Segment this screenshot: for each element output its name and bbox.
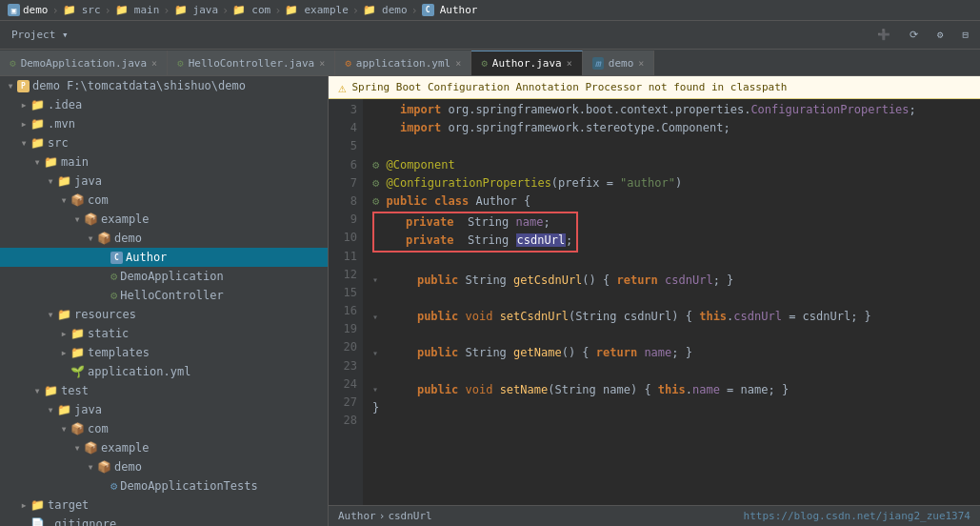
tree-test-example[interactable]: ▾ 📦 example — [0, 438, 328, 457]
expand-idea[interactable]: ▸ — [17, 98, 30, 111]
tree-root[interactable]: ▾ P demo F:\tomcatdata\shishuo\demo — [0, 76, 328, 95]
tree-demo-app[interactable]: ▸ ⚙ DemoApplication — [0, 267, 328, 286]
expand-static[interactable]: ▸ — [57, 327, 70, 340]
red-box-container: private String name; private String csdn… — [372, 212, 578, 252]
code-line-24: ▾ public void setName(String name) { thi… — [372, 381, 980, 399]
tree-demo-pkg[interactable]: ▾ 📦 demo — [0, 229, 328, 248]
expand-test[interactable]: ▾ — [30, 384, 44, 397]
close-tab-5[interactable]: × — [638, 58, 644, 69]
tree-com[interactable]: ▾ 📦 com — [0, 191, 328, 210]
tree-app-yml[interactable]: ▸ 🌱 application.yml — [0, 362, 328, 381]
collapse-btn[interactable]: ⊟ — [958, 27, 972, 43]
main-icon: 📁 — [115, 4, 129, 16]
tree-static[interactable]: ▸ 📁 static — [0, 324, 328, 343]
demo-app-icon: ⚙ — [110, 270, 117, 283]
code-line-16: ▾ public void setCsdnUrl(String csdnUrl)… — [372, 308, 980, 326]
expand-src[interactable]: ▾ — [17, 136, 30, 150]
tree-test-java[interactable]: ▾ 📁 java — [0, 400, 328, 419]
tree-test-demo[interactable]: ▾ 📦 demo — [0, 457, 328, 476]
close-tab-4[interactable]: × — [567, 58, 572, 69]
tree-resources[interactable]: ▾ 📁 resources — [0, 305, 328, 324]
sync-btn[interactable]: ⟳ — [906, 27, 922, 43]
code-line-27: } — [372, 399, 980, 417]
expand-target[interactable]: ▸ — [17, 498, 30, 512]
code-line-28 — [372, 417, 980, 435]
expand-demo-pkg[interactable]: ▾ — [84, 232, 97, 245]
code-line-9: private String name; — [378, 213, 572, 232]
tree-mvn[interactable]: ▸ 📁 .mvn — [0, 114, 328, 133]
tree-idea[interactable]: ▸ 📁 .idea — [0, 95, 328, 114]
project-tree[interactable]: ▾ P demo F:\tomcatdata\shishuo\demo ▸ 📁 … — [0, 76, 328, 526]
breadcrumb-demo: ▣ demo — [8, 4, 49, 16]
code-line-23 — [372, 363, 980, 381]
target-icon: 📁 — [30, 498, 45, 512]
tree-main[interactable]: ▾ 📁 main — [0, 152, 328, 172]
code-line-12: ▾ public String getCsdnUrl() { return cs… — [372, 272, 980, 290]
test-com-icon: 📦 — [70, 422, 85, 435]
code-line-6: ⚙ @Component — [372, 156, 980, 174]
java-icon: 📁 — [174, 4, 188, 16]
expand-test-java[interactable]: ▾ — [44, 403, 57, 416]
fold-btn-12[interactable]: ▾ — [372, 273, 384, 288]
spring-icon-1: ⚙ — [10, 57, 16, 70]
main-folder-icon: 📁 — [44, 155, 58, 169]
breadcrumb-author-label: Author — [338, 510, 376, 522]
tree-hello-ctrl[interactable]: ▸ ⚙ HelloController — [0, 286, 328, 305]
close-tab-2[interactable]: × — [319, 58, 325, 69]
mvn-folder-icon: 📁 — [30, 117, 45, 131]
expand-test-demo[interactable]: ▾ — [84, 460, 97, 474]
expand-mvn[interactable]: ▸ — [17, 117, 30, 131]
fold-btn-16[interactable]: ▾ — [372, 310, 384, 325]
fold-btn-20[interactable]: ▾ — [372, 346, 384, 361]
tree-test-com[interactable]: ▾ 📦 com — [0, 419, 328, 438]
tree-demo-tests[interactable]: ▸ ⚙ DemoApplicationTests — [0, 476, 328, 496]
warning-icon: ⚠ — [338, 80, 346, 95]
main-layout: ▾ P demo F:\tomcatdata\shishuo\demo ▸ 📁 … — [0, 76, 980, 526]
expand-test-example[interactable]: ▾ — [70, 441, 84, 455]
test-example-icon: 📦 — [84, 441, 98, 455]
tests-icon: ⚙ — [110, 479, 117, 493]
expand-com[interactable]: ▾ — [57, 193, 70, 207]
add-btn[interactable]: ➕ — [873, 27, 894, 43]
com-icon: 📁 — [232, 4, 246, 16]
expand-java[interactable]: ▾ — [44, 174, 57, 188]
tree-src[interactable]: ▾ 📁 src — [0, 133, 328, 152]
code-content[interactable]: import org.springframework.boot.context.… — [363, 99, 980, 505]
status-bar: Author › csdnUrl https://blog.csdn.net/j… — [329, 505, 980, 526]
tab-demo[interactable]: m demo × — [583, 51, 655, 75]
fold-btn-24[interactable]: ▾ — [372, 382, 384, 397]
example-icon: 📁 — [285, 4, 298, 16]
test-folder-icon: 📁 — [44, 384, 58, 397]
expand-test-com[interactable]: ▾ — [57, 422, 70, 435]
code-line-19 — [372, 326, 980, 344]
static-icon: 📁 — [70, 327, 85, 340]
expand-templates[interactable]: ▸ — [57, 346, 70, 359]
tree-target[interactable]: ▸ 📁 target — [0, 496, 328, 515]
author-class-icon: C — [422, 4, 434, 16]
tree-example[interactable]: ▾ 📦 example — [0, 210, 328, 229]
expand-example[interactable]: ▾ — [70, 212, 84, 226]
code-area[interactable]: 3 4 5 6 7 8 9 10 11 12 15 16 19 20 23 24… — [329, 99, 980, 505]
toolbar: Project ▾ ➕ ⟳ ⚙ ⊟ — [0, 21, 980, 50]
demo-icon: 📁 — [363, 4, 376, 16]
tab-demo-application[interactable]: ⚙ DemoApplication.java × — [0, 51, 168, 75]
editor-breadcrumb: Author › csdnUrl — [338, 510, 432, 522]
expand-resources[interactable]: ▾ — [44, 308, 57, 321]
tree-templates[interactable]: ▸ 📁 templates — [0, 343, 328, 362]
settings-btn[interactable]: ⚙ — [933, 27, 948, 43]
expand-main[interactable]: ▾ — [30, 155, 44, 169]
tree-gitignore[interactable]: ▸ 📄 .gitignore — [0, 515, 328, 526]
tab-application-yml[interactable]: ⚙ application.yml × — [335, 51, 471, 75]
tree-java[interactable]: ▾ 📁 java — [0, 172, 328, 191]
java-folder-icon: 📁 — [57, 174, 71, 188]
expand-root[interactable]: ▾ — [4, 79, 17, 92]
close-tab-3[interactable]: × — [455, 58, 461, 69]
toolbar-left: Project ▾ — [8, 27, 72, 43]
code-line-20: ▾ public String getName() { return name;… — [372, 344, 980, 362]
tab-author-java[interactable]: ⚙ Author.java × — [471, 51, 583, 75]
tree-author[interactable]: ▸ C Author — [0, 248, 328, 267]
close-tab-1[interactable]: × — [151, 58, 157, 69]
tab-hello-controller[interactable]: ⚙ HelloController.java × — [168, 51, 335, 75]
app-yml-icon: 🌱 — [70, 365, 85, 378]
tree-test[interactable]: ▾ 📁 test — [0, 381, 328, 400]
